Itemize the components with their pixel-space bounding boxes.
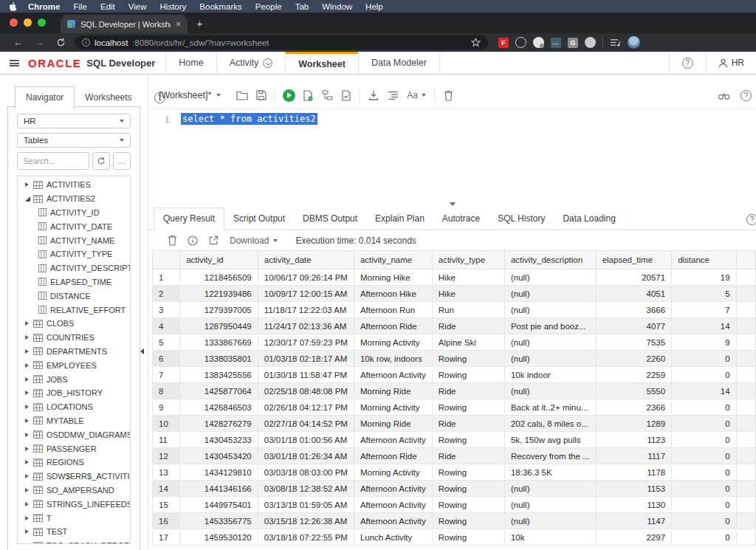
extension-circle-icon[interactable]	[515, 37, 526, 48]
reload-button[interactable]	[50, 38, 72, 47]
table-cell[interactable]: 0	[672, 529, 736, 546]
table-cell[interactable]	[736, 448, 755, 464]
tree-table-activities2[interactable]: ACTIVITIES2	[21, 192, 130, 206]
table-cell[interactable]	[736, 367, 755, 383]
menubar-item-help[interactable]: Help	[359, 2, 390, 11]
tree-table-employees[interactable]: EMPLOYEES	[21, 358, 130, 372]
table-row[interactable]: 14144134616603/08/18 12:38:52 AMAfternoo…	[153, 481, 756, 497]
tree-column-relative-effort[interactable]: RELATIVE_EFFORT	[21, 303, 130, 317]
expand-arrow-icon[interactable]	[25, 405, 29, 409]
column-header-elapsed-time[interactable]: elapsed_time	[596, 251, 671, 269]
open-file-button[interactable]	[233, 86, 252, 105]
table-row[interactable]: 13143412981003/03/18 08:03:00 PMMorning …	[153, 464, 756, 481]
user-menu[interactable]: HR	[707, 52, 756, 74]
table-cell[interactable]: Afternoon Activity	[354, 497, 432, 513]
tree-column-activity-description[interactable]: ACTIVITY_DESCRIPTION	[21, 261, 130, 275]
table-row[interactable]: 11143045323303/01/18 01:00:56 AMAfternoo…	[153, 432, 756, 448]
row-number-cell[interactable]: 5	[153, 334, 180, 351]
table-cell[interactable]: Afternoon Ride	[354, 318, 432, 334]
table-row[interactable]: 9142684650302/26/18 04:12:17 PMMorning A…	[153, 399, 756, 416]
expand-arrow-icon[interactable]	[25, 321, 29, 326]
table-cell[interactable]: 1147	[596, 513, 671, 529]
apple-icon[interactable]	[9, 1, 17, 11]
table-cell[interactable]: (null)	[504, 383, 596, 399]
table-cell[interactable]: 1130	[596, 497, 671, 513]
results-tab-query-result[interactable]: Query Result	[154, 207, 224, 230]
table-cell[interactable]: 5k, 150w avg pulls	[504, 432, 596, 448]
tree-column-activity-type[interactable]: ACTIVITY_TYPE	[21, 247, 130, 261]
table-cell[interactable]: 2366	[596, 399, 671, 416]
table-cell[interactable]	[736, 416, 755, 432]
table-cell[interactable]: Run	[432, 302, 504, 318]
sidebar-help-button[interactable]: ?	[154, 92, 165, 103]
table-cell[interactable]	[736, 513, 755, 529]
worksheet-title-dropdown[interactable]: [Worksheet]*	[159, 90, 221, 100]
table-cell[interactable]: 1289	[596, 416, 671, 432]
run-script-button[interactable]	[298, 86, 317, 105]
table-cell[interactable]: (null)	[504, 286, 596, 302]
row-number-cell[interactable]: 17	[153, 529, 180, 546]
table-cell[interactable]: Rowing	[432, 481, 504, 497]
column-header-activity-description[interactable]: activity_description	[504, 251, 596, 269]
table-cell[interactable]: 14	[672, 318, 736, 334]
open-in-new-window-button[interactable]	[203, 231, 224, 250]
column-header-activity-id[interactable]: activity_id	[180, 251, 258, 269]
table-cell[interactable]: (null)	[504, 497, 596, 513]
table-cell[interactable]: Morning Ride	[354, 383, 432, 399]
app-tab-data-modeler[interactable]: Data Modeler	[358, 52, 440, 74]
expand-arrow-icon[interactable]	[25, 419, 29, 423]
table-cell[interactable]: 10k row, indoors	[354, 351, 432, 367]
expand-arrow-icon[interactable]	[25, 377, 29, 382]
page-info-icon[interactable]: i	[82, 38, 90, 47]
table-cell[interactable]: 11/24/17 02:13:36 AM	[258, 318, 354, 334]
explain-plan-button[interactable]	[317, 86, 337, 105]
table-cell[interactable]: 11/18/17 12:22:03 AM	[258, 302, 354, 318]
tree-table-activities[interactable]: ACTIVITIES	[21, 178, 130, 192]
column-header-row-number[interactable]	[736, 251, 755, 269]
table-cell[interactable]: 1459530120	[180, 529, 258, 546]
table-cell[interactable]: 1123	[596, 432, 671, 448]
results-tab-sql-history[interactable]: SQL History	[489, 208, 554, 230]
row-number-cell[interactable]: 9	[153, 399, 180, 416]
table-cell[interactable]: Morning Activity	[354, 334, 432, 351]
table-cell[interactable]: 03/13/18 01:59:05 AM	[258, 497, 354, 513]
table-cell[interactable]: Afternoon Ride	[354, 448, 432, 464]
table-cell[interactable]: Ride	[432, 416, 504, 432]
table-cell[interactable]: Ride	[432, 318, 504, 334]
tree-table-osddmw-diagrams[interactable]: OSDDMW_DIAGRAMS	[21, 427, 130, 441]
extension-gray-icon[interactable]	[585, 37, 596, 48]
menubar-item-view[interactable]: View	[122, 2, 154, 11]
table-cell[interactable]: Ride	[432, 448, 504, 464]
table-cell[interactable]: 202 cals, 8 miles o...	[504, 416, 596, 432]
table-cell[interactable]: Alpine Ski	[432, 334, 504, 351]
tree-table-job-history[interactable]: JOB_HISTORY	[21, 386, 130, 400]
table-cell[interactable]: 12/30/17 07:59:23 PM	[258, 334, 354, 351]
table-cell[interactable]: 1434129810	[180, 464, 258, 481]
table-cell[interactable]: (null)	[504, 351, 596, 367]
row-number-cell[interactable]: 11	[153, 432, 180, 448]
table-cell[interactable]: 1428276279	[180, 416, 258, 432]
table-cell[interactable]: Rowing	[432, 497, 504, 513]
table-cell[interactable]: 3666	[596, 302, 671, 318]
table-cell[interactable]: 0	[672, 464, 736, 481]
table-cell[interactable]	[736, 334, 755, 351]
tree-table-toc-crash-reports[interactable]: TOC_CRASH_REPORTS	[21, 539, 130, 544]
table-cell[interactable]: Rowing	[432, 529, 504, 546]
table-row[interactable]: 12143045342003/01/18 01:26:34 AMAfternoo…	[153, 448, 756, 464]
table-row[interactable]: 1121845650910/06/17 09:26:14 PMMorning H…	[153, 269, 756, 286]
table-cell[interactable]: 1425877064	[180, 383, 258, 399]
row-number-cell[interactable]: 7	[153, 367, 180, 383]
table-cell[interactable]: Rowing	[432, 351, 504, 367]
table-cell[interactable]: 1178	[596, 464, 671, 481]
expand-arrow-icon[interactable]	[25, 543, 29, 544]
expand-arrow-icon[interactable]	[25, 335, 29, 340]
expand-arrow-icon[interactable]	[25, 363, 29, 368]
table-cell[interactable]	[736, 481, 755, 497]
table-cell[interactable]: 10/09/17 12:00:15 AM	[258, 286, 354, 302]
table-cell[interactable]: 03/01/18 01:00:56 AM	[258, 432, 354, 448]
table-cell[interactable]: Hike	[432, 269, 504, 286]
schema-select[interactable]: HR	[17, 114, 131, 128]
table-cell[interactable]: 19	[672, 269, 736, 286]
app-tab-home[interactable]: Home	[165, 52, 216, 74]
table-cell[interactable]: 01/30/18 11:58:47 PM	[258, 367, 354, 383]
